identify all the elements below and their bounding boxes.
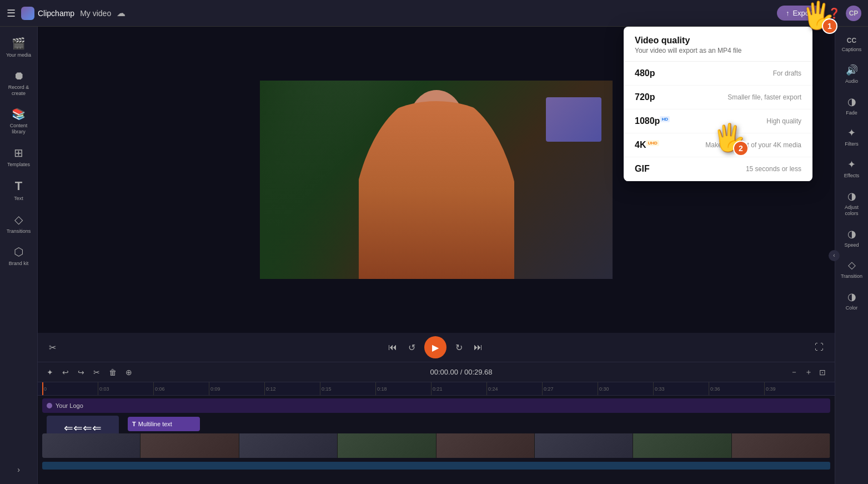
playhead[interactable]: [42, 382, 43, 395]
audio-track-row: [38, 456, 835, 476]
right-item-fade[interactable]: ◑ Fade: [835, 90, 868, 122]
quality-720p-label: 720p: [635, 92, 655, 102]
quality-gif-label: GIF: [635, 164, 650, 174]
sidebar-label-templates: Templates: [7, 162, 30, 168]
export-option-4k[interactable]: 4KUHD Make the most of your 4K media: [624, 133, 812, 157]
content-library-icon: 📚: [12, 107, 26, 121]
timeline-ruler: 0 0:03 0:06 0:09 0:12 0:15 0:18 0:21 0:2…: [38, 382, 835, 396]
ruler-mark-9: 0:27: [542, 382, 598, 396]
audio-track[interactable]: [42, 462, 830, 470]
export-icon: ↑: [786, 9, 790, 17]
sidebar-item-brand-kit[interactable]: ⬡ Brand kit: [0, 239, 37, 272]
text-track[interactable]: T Multiline text: [128, 417, 200, 431]
controls-center: ⏮ ↺ ▶ ↻ ⏭: [386, 336, 485, 358]
export-button[interactable]: ↑ Export: [777, 6, 822, 21]
sidebar-item-record[interactable]: ⏺ Record &create: [0, 64, 37, 102]
logo-track[interactable]: Your Logo: [42, 398, 830, 413]
right-item-adjust-colors[interactable]: ◑ Adjustcolors: [835, 184, 868, 222]
ruler-mark-13: 0:39: [764, 382, 820, 396]
skip-forward-button[interactable]: ⏭: [471, 340, 485, 355]
ruler-mark-4: 0:12: [264, 382, 320, 396]
sidebar-expand-button[interactable]: ›: [12, 460, 26, 480]
export-option-1080p[interactable]: 1080pHD High quality: [624, 109, 812, 133]
video-track[interactable]: [42, 433, 830, 458]
topbar-right: ↑ Export ❓ CP: [777, 6, 861, 21]
right-item-effects[interactable]: ✦ Effects: [835, 153, 868, 184]
video-frame: [260, 81, 613, 279]
right-item-filters[interactable]: ✦ Filters: [835, 121, 868, 153]
ruler-mark-11: 0:33: [653, 382, 709, 396]
right-item-color[interactable]: ◑ Color: [835, 285, 868, 317]
ruler-mark-0: 0: [42, 382, 98, 396]
export-option-gif-left: GIF: [635, 164, 650, 174]
record-icon: ⏺: [13, 69, 24, 82]
arrows-icon: ⇐⇐⇐⇐: [64, 421, 102, 435]
play-button[interactable]: ▶: [424, 336, 446, 358]
right-label-captions: Captions: [842, 47, 862, 53]
right-label-fade: Fade: [846, 110, 857, 116]
quality-4k-label: 4KUHD: [635, 140, 659, 150]
export-option-gif[interactable]: GIF 15 seconds or less: [624, 157, 812, 181]
export-option-480p[interactable]: 480p For drafts: [624, 62, 812, 86]
sidebar-item-transitions[interactable]: ◇ Transitions: [0, 207, 37, 240]
topbar-left: ☰ Clipchamp My video ☁: [7, 7, 770, 20]
timeline-time-display: 00:00.00 / 00:29.68: [430, 368, 492, 376]
timeline-add-button[interactable]: ⊕: [123, 367, 134, 378]
skip-back-button[interactable]: ⏮: [386, 340, 399, 355]
sidebar-item-your-media[interactable]: 🎬 Your media: [0, 31, 37, 64]
sidebar-item-content-library[interactable]: 📚 Contentlibrary: [0, 102, 37, 141]
timeline-cut-button[interactable]: ✂: [91, 367, 102, 378]
timeline-delete-button[interactable]: 🗑: [107, 367, 119, 378]
hamburger-menu-button[interactable]: ☰: [7, 7, 16, 19]
sidebar-item-templates[interactable]: ⊞ Templates: [0, 141, 37, 173]
zoom-out-button[interactable]: －: [788, 366, 800, 378]
hd-badge: HD: [660, 116, 670, 122]
user-avatar[interactable]: CP: [846, 6, 861, 21]
timeline-redo-button[interactable]: ↪: [76, 367, 87, 378]
text-icon: T: [15, 179, 22, 193]
export-dropdown-title: Video quality: [635, 36, 801, 46]
playback-controls: ✂ ⏮ ↺ ▶ ↻ ⏭ ⛶: [38, 333, 835, 362]
export-header: Video quality Your video will export as …: [624, 27, 812, 62]
fast-forward-button[interactable]: ↻: [453, 340, 465, 355]
video-thumbnail-3: [239, 433, 338, 458]
controls-left: ✂: [47, 340, 58, 355]
right-item-captions[interactable]: CC Captions: [835, 31, 868, 58]
project-name[interactable]: My video: [80, 9, 111, 18]
logo-dot: [47, 403, 52, 408]
sidebar-label-transitions: Transitions: [7, 228, 31, 234]
right-label-effects: Effects: [844, 173, 859, 179]
zoom-in-button[interactable]: ＋: [802, 366, 815, 378]
timeline-magic-button[interactable]: ✦: [44, 367, 56, 378]
right-item-audio[interactable]: 🔊 Audio: [835, 58, 868, 90]
quality-480p-label: 480p: [635, 68, 655, 78]
save-status-icon: ☁: [117, 8, 126, 18]
logo-track-row: Your Logo: [38, 396, 835, 416]
ruler-mark-8: 0:24: [486, 382, 542, 396]
help-icon[interactable]: ❓: [828, 7, 840, 19]
topbar: ☰ Clipchamp My video ☁ ↑ Export ❓ CP: [0, 0, 868, 27]
timeline-undo-button[interactable]: ↩: [60, 367, 71, 378]
export-quality-dropdown: Video quality Your video will export as …: [624, 27, 812, 181]
right-label-speed: Speed: [844, 242, 859, 248]
timeline-zoom-controls: － ＋ ⊡: [788, 366, 828, 378]
timeline-toolbar: ✦ ↩ ↪ ✂ 🗑 ⊕ 00:00.00 / 00:29.68 － ＋ ⊡: [38, 362, 835, 382]
fullscreen-button[interactable]: ⛶: [812, 340, 826, 355]
rewind-button[interactable]: ↺: [406, 340, 418, 355]
export-option-720p[interactable]: 720p Smaller file, faster export: [624, 86, 812, 109]
sidebar-item-text[interactable]: T Text: [0, 173, 37, 207]
video-thumbnail-6: [535, 433, 633, 458]
right-label-adjust-colors: Adjustcolors: [845, 204, 859, 217]
right-item-speed[interactable]: ◑ Speed: [835, 222, 868, 254]
person-body: [359, 101, 514, 279]
transition-icon: ◇: [848, 259, 856, 271]
right-label-audio: Audio: [845, 78, 858, 84]
right-sidebar-collapse-button[interactable]: ‹: [829, 250, 840, 261]
fit-timeline-button[interactable]: ⊡: [817, 366, 828, 378]
video-track-row: [38, 436, 835, 456]
ruler-mark-12: 0:36: [709, 382, 764, 396]
text-track-label: Multiline text: [138, 421, 172, 427]
filters-icon: ✦: [847, 127, 856, 139]
right-item-transition[interactable]: ◇ Transition: [835, 253, 868, 285]
clip-trim-button[interactable]: ✂: [47, 340, 58, 355]
